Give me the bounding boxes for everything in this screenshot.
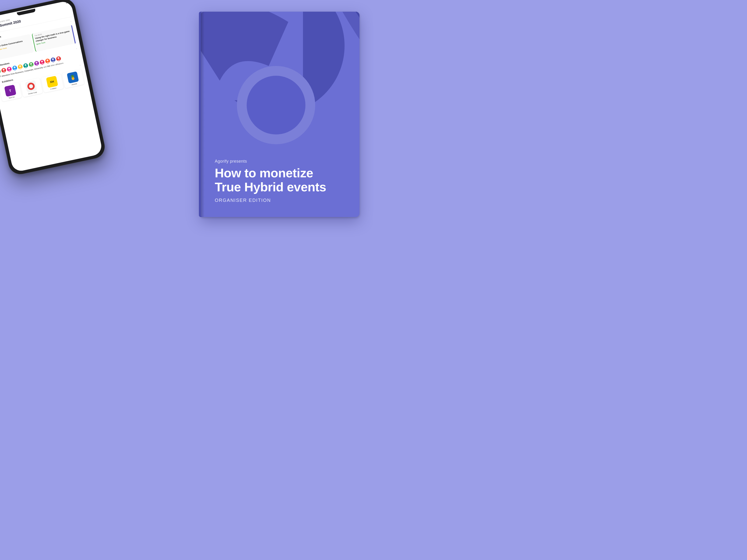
exhibitor-card-circles-corp[interactable]: Circles Corp — [20, 78, 43, 97]
avatar-11 — [50, 57, 56, 63]
avatar-3 — [6, 66, 12, 72]
avatar-1 — [0, 69, 1, 75]
svg-point-9 — [47, 59, 49, 61]
scene: 9:41 ▪▪▪ 13 NOV 2020 - 18 NOV 2020 Agori… — [0, 0, 374, 280]
book-presents: Agorify presents — [215, 159, 350, 164]
avatar-6 — [23, 63, 28, 69]
exhibitors-arrow: › — [80, 64, 81, 66]
svg-point-12 — [28, 83, 34, 89]
book-edition: ORGANISER EDITION — [215, 197, 350, 203]
avatar-9 — [40, 59, 45, 65]
svg-point-14 — [247, 76, 306, 135]
book-title-line1: How to monetize — [215, 166, 313, 180]
avatar-4 — [12, 65, 18, 71]
svg-point-4 — [19, 65, 21, 67]
extra-count: 342 — [47, 65, 50, 68]
phone-screen: 9:41 ▪▪▪ 13 NOV 2020 - 18 NOV 2020 Agori… — [0, 0, 103, 173]
exhibitor-card-x-hibitor[interactable]: XH X Hibitor — [41, 74, 64, 93]
svg-point-11 — [57, 57, 59, 59]
exhibitor-card-ananas[interactable]: 🍍 Ananas — [62, 69, 85, 88]
exhibitor-name-x-hibitor: X Hibitor — [50, 87, 57, 90]
exhibitor-logo-circles-corp — [25, 80, 37, 92]
status-icons: ▪▪▪ — [66, 2, 68, 4]
book: Agorify presents How to monetize True Hy… — [201, 12, 360, 217]
book-mockup: Agorify presents How to monetize True Hy… — [201, 12, 360, 217]
exhibitor-name-tech-inc: Tech Inc — [8, 96, 15, 99]
svg-point-6 — [30, 63, 32, 65]
svg-point-2 — [8, 68, 10, 70]
svg-point-1 — [3, 69, 5, 71]
svg-point-5 — [25, 64, 27, 66]
exhibitor-logo-tech-inc: T — [4, 85, 16, 97]
book-main-title: How to monetize True Hybrid events — [215, 166, 350, 194]
avatar-7 — [28, 62, 34, 68]
svg-point-7 — [35, 61, 37, 64]
avatar-5 — [18, 64, 23, 70]
agenda-arrow: › — [70, 20, 72, 22]
exhibitor-card-tech-inc[interactable]: T Tech Inc — [0, 82, 22, 102]
avatar-8 — [34, 61, 40, 66]
avatar-12 — [56, 56, 61, 61]
svg-point-8 — [41, 60, 43, 62]
avatar-10 — [45, 58, 50, 64]
exhibitor-name-ananas: Ananas — [72, 83, 77, 86]
attendees-arrow: › — [76, 47, 77, 50]
book-shapes — [201, 12, 360, 145]
book-text: Agorify presents How to monetize True Hy… — [215, 159, 350, 203]
phone-mockup: 9:41 ▪▪▪ 13 NOV 2020 - 18 NOV 2020 Agori… — [0, 0, 107, 177]
exhibitor-logo-ananas: 🍍 — [67, 72, 79, 83]
book-title-line2: True Hybrid events — [215, 180, 326, 194]
affiliations-and: and — [43, 65, 47, 69]
avatar-2 — [1, 68, 6, 73]
svg-point-10 — [52, 58, 54, 60]
exhibitor-logo-x-hibitor: XH — [46, 76, 58, 88]
svg-point-3 — [14, 66, 16, 69]
phone-outer: 9:41 ▪▪▪ 13 NOV 2020 - 18 NOV 2020 Agori… — [0, 0, 107, 177]
